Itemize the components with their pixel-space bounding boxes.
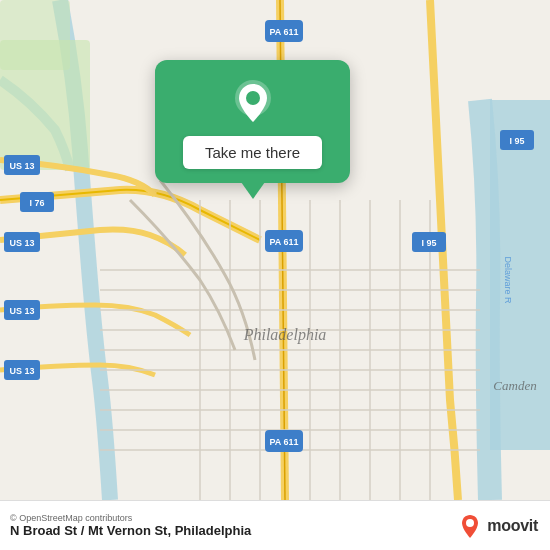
svg-text:Camden: Camden: [493, 378, 536, 393]
popup-card: Take me there: [155, 60, 350, 183]
location-label: N Broad St / Mt Vernon St, Philadelphia: [10, 523, 251, 538]
popup-tail: [241, 182, 265, 199]
svg-point-46: [246, 91, 260, 105]
svg-rect-3: [0, 0, 70, 70]
svg-text:PA 611: PA 611: [269, 27, 298, 37]
svg-text:Philadelphia: Philadelphia: [243, 326, 327, 344]
svg-text:PA 611: PA 611: [269, 437, 298, 447]
location-pin-icon: [229, 78, 277, 126]
svg-text:Delaware R: Delaware R: [503, 256, 513, 304]
svg-text:US 13: US 13: [9, 161, 34, 171]
moovit-brand-name: moovit: [487, 517, 538, 535]
svg-text:I 95: I 95: [509, 136, 524, 146]
svg-text:US 13: US 13: [9, 366, 34, 376]
moovit-logo: moovit: [457, 513, 538, 539]
take-me-there-button[interactable]: Take me there: [183, 136, 322, 169]
svg-point-47: [466, 519, 474, 527]
map-container: PA 611 PA 611 PA 611 I 76 I 95 I 95 US 1…: [0, 0, 550, 500]
svg-text:PA 611: PA 611: [269, 237, 298, 247]
svg-text:US 13: US 13: [9, 238, 34, 248]
bottom-info: © OpenStreetMap contributors N Broad St …: [10, 513, 251, 538]
svg-text:I 95: I 95: [421, 238, 436, 248]
moovit-pin-icon: [457, 513, 483, 539]
svg-text:I 76: I 76: [29, 198, 44, 208]
bottom-bar: © OpenStreetMap contributors N Broad St …: [0, 500, 550, 550]
svg-text:US 13: US 13: [9, 306, 34, 316]
osm-credit: © OpenStreetMap contributors: [10, 513, 251, 523]
